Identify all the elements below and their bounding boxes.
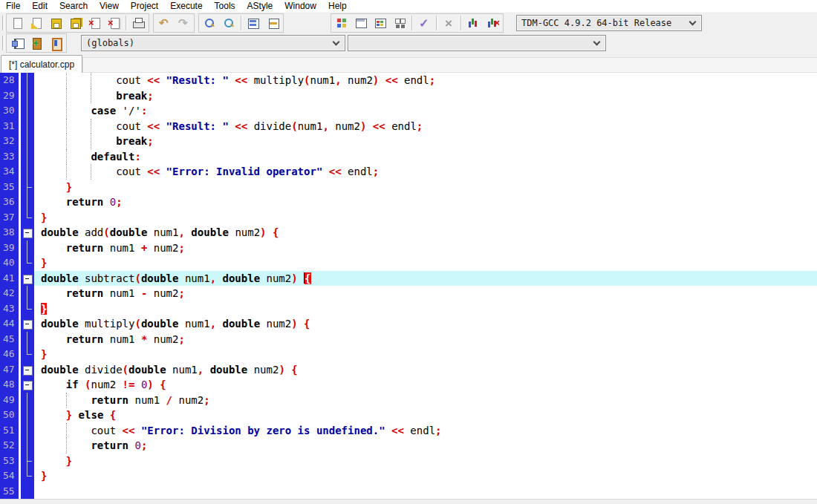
replace-icon <box>223 17 235 29</box>
code-line-52[interactable]: 52 return 0; <box>0 438 817 454</box>
code-line-43[interactable]: 43} <box>0 301 817 317</box>
compile-run-button[interactable] <box>371 14 390 32</box>
undo-button[interactable] <box>154 14 174 32</box>
goto-declaration-button[interactable] <box>7 34 27 52</box>
menu-file[interactable]: File <box>0 0 26 12</box>
code-line-30[interactable]: 30 case '/': <box>0 103 817 119</box>
line-number: 46 <box>0 347 19 362</box>
fold-collapse-icon[interactable] <box>21 225 34 240</box>
compile-log-button[interactable] <box>263 14 282 32</box>
code-line-36[interactable]: 36 return 0; <box>0 194 817 210</box>
toolbar-separator <box>460 16 461 30</box>
code-line-50[interactable]: 50 } else { <box>0 408 817 423</box>
toolbar-group <box>153 13 195 33</box>
code-line-41[interactable]: 41double subtract(double num1, double nu… <box>0 271 817 287</box>
toolbar-group <box>198 13 284 33</box>
code-line-28[interactable]: 28 cout << "Result: " << multiply(num1, … <box>0 73 817 88</box>
code-line-53[interactable]: 53 } <box>0 454 817 469</box>
code-text: } <box>34 180 817 195</box>
indent-guide <box>91 73 91 88</box>
code-text: } <box>34 255 817 271</box>
rebuild-all-button[interactable] <box>390 14 409 32</box>
run-button[interactable] <box>351 14 371 32</box>
compile-button[interactable] <box>332 14 351 32</box>
code-line-44[interactable]: 44double multiply(double num1, double nu… <box>0 316 817 332</box>
menu-window[interactable]: Window <box>279 0 322 12</box>
code-editor[interactable]: 28 cout << "Result: " << multiply(num1, … <box>0 73 817 499</box>
fold-margin <box>21 255 34 271</box>
code-line-54[interactable]: 54} <box>0 468 817 484</box>
code-line-47[interactable]: 47double divide(double num1, double num2… <box>0 362 817 378</box>
menu-search[interactable]: Search <box>53 0 94 12</box>
fold-collapse-icon[interactable] <box>21 316 34 332</box>
code-line-51[interactable]: 51 cout << "Error: Division by zero is u… <box>0 423 817 439</box>
compiler-select[interactable]: TDM-GCC 4.9.2 64-bit Release <box>516 15 702 31</box>
new-class-button[interactable] <box>27 34 46 52</box>
code-text: } <box>34 301 817 317</box>
syntax-check-button[interactable] <box>414 14 434 32</box>
code-line-35[interactable]: 35 } <box>0 180 817 195</box>
chevron-down-icon <box>593 38 601 45</box>
tab-calculator-cpp[interactable]: [*] calculator.cpp <box>1 55 82 73</box>
abort-button[interactable] <box>439 14 458 32</box>
save-button[interactable] <box>46 14 65 32</box>
code-line-38[interactable]: 38double add(double num1, double num2) { <box>0 225 817 240</box>
fold-collapse-icon[interactable] <box>21 362 34 378</box>
menu-project[interactable]: Project <box>125 0 164 12</box>
toolbar-grip[interactable] <box>2 36 4 50</box>
close-all-button[interactable] <box>104 14 123 32</box>
code-line-37[interactable]: 37} <box>0 210 817 226</box>
code-line-40[interactable]: 40} <box>0 255 817 271</box>
line-number: 39 <box>0 240 19 256</box>
code-line-39[interactable]: 39 return num1 + num2; <box>0 240 817 256</box>
globals-select[interactable]: (globals) <box>81 35 345 51</box>
indent-guide <box>91 88 91 104</box>
replace-button[interactable] <box>219 14 238 32</box>
toolbar-grip[interactable] <box>2 16 4 30</box>
close-file-button[interactable] <box>85 14 104 32</box>
line-number: 33 <box>0 149 19 165</box>
members-select[interactable] <box>348 35 606 51</box>
new-file-button[interactable] <box>7 14 27 32</box>
indent-guide <box>66 423 67 439</box>
find-icon <box>204 17 215 29</box>
fold-collapse-icon[interactable] <box>21 377 34 393</box>
indent-guide <box>66 88 67 104</box>
code-line-29[interactable]: 29 break; <box>0 88 817 104</box>
redo-button[interactable] <box>174 14 193 32</box>
code-line-42[interactable]: 42 return num1 - num2; <box>0 286 817 301</box>
code-line-55[interactable]: 55 <box>0 484 817 500</box>
code-text: cout << "Error: Invalid operator" << end… <box>34 164 817 180</box>
open-file-button[interactable] <box>27 14 46 32</box>
delete-profiling-button[interactable] <box>483 14 502 32</box>
menu-edit[interactable]: Edit <box>26 0 53 12</box>
close-all-icon <box>108 17 120 29</box>
code-line-34[interactable]: 34 cout << "Error: Invalid operator" << … <box>0 164 817 180</box>
code-line-45[interactable]: 45 return num1 * num2; <box>0 332 817 347</box>
code-text: cout << "Error: Division by zero is unde… <box>34 423 817 439</box>
menu-view[interactable]: View <box>94 0 125 12</box>
menu-execute[interactable]: Execute <box>164 0 208 12</box>
menu-help[interactable]: Help <box>322 0 353 12</box>
view-members-button[interactable] <box>46 34 65 52</box>
profile-button[interactable] <box>463 14 483 32</box>
ide-window: FileEditSearchViewProjectExecuteToolsASt… <box>0 0 817 504</box>
menu-astyle[interactable]: AStyle <box>241 0 279 12</box>
code-line-31[interactable]: 31 cout << "Result: " << divide(num1, nu… <box>0 119 817 134</box>
save-all-button[interactable] <box>65 14 85 32</box>
code-line-33[interactable]: 33 default: <box>0 149 817 165</box>
fold-margin <box>21 103 34 119</box>
fold-collapse-icon[interactable] <box>21 271 34 287</box>
project-manager-icon <box>247 17 259 29</box>
code-line-32[interactable]: 32 break; <box>0 134 817 149</box>
print-button[interactable] <box>128 14 148 32</box>
find-button[interactable] <box>200 14 219 32</box>
print-icon <box>132 17 144 29</box>
code-line-49[interactable]: 49 return num1 / num2; <box>0 393 817 408</box>
code-text: return 0; <box>34 438 817 454</box>
project-manager-button[interactable] <box>244 14 263 32</box>
code-line-46[interactable]: 46} <box>0 347 817 362</box>
code-line-48[interactable]: 48 if (num2 != 0) { <box>0 377 817 393</box>
compiler-select-value: TDM-GCC 4.9.2 64-bit Release <box>521 18 686 28</box>
menu-tools[interactable]: Tools <box>209 0 241 12</box>
